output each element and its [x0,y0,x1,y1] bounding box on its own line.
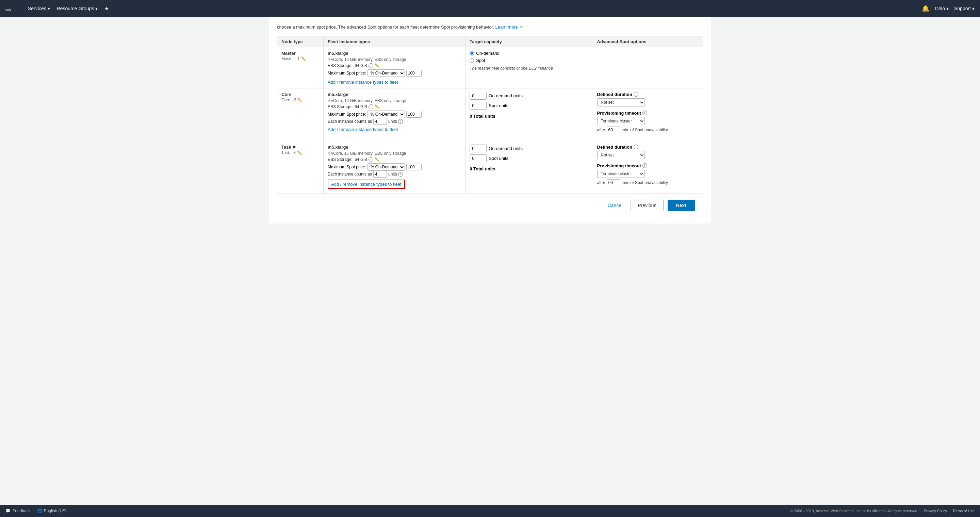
master-radio-group: On-demand Spot [469,51,588,63]
copyright-text: © 2008 - 2019, Amazon Web Services, Inc.… [790,509,918,513]
master-spot-price-input[interactable] [406,70,422,76]
core-timeout-label: Provisioning timeout i [597,111,698,116]
core-sub: Core - 2 ✏️ [282,98,319,102]
core-ebs-edit[interactable]: ✏️ [375,105,380,109]
core-instance-name: m5.xlarge [328,92,461,97]
master-label: Master [282,51,319,56]
task-capacity-cell: On-demand units Spot units 0 Total units [466,141,593,193]
master-edit-icon[interactable]: ✏️ [301,57,306,61]
bookmarks-nav[interactable]: ★ [101,6,112,11]
master-spot-price-select[interactable]: % On-Demand [368,70,405,77]
task-add-link[interactable]: Add / remove instance types to fleet [328,179,405,189]
core-timeout-after-row: after min. of Spot unavailability [597,127,698,133]
task-instance-count-input[interactable] [373,171,387,178]
task-capacity-inputs: On-demand units Spot units 0 Total units [469,144,588,171]
resource-groups-nav[interactable]: Resource Groups ▾ [53,6,102,11]
task-spot-input[interactable] [469,154,487,162]
task-spot-price-input[interactable] [406,163,422,170]
task-ebs-edit[interactable]: ✏️ [375,157,380,162]
core-defined-duration-label: Defined duration i [597,92,698,97]
core-add-link[interactable]: Add / remove instance types to fleet [328,127,398,132]
task-count-info[interactable]: i [398,172,403,176]
task-timeout-after-row: after min. of Spot unavailability [597,179,698,186]
core-spot-price-select[interactable]: % On-Demand [368,111,405,118]
master-ondemand-option[interactable]: On-demand [469,51,588,56]
core-edit-icon[interactable]: ✏️ [298,98,302,102]
core-spot-input[interactable] [469,102,487,109]
core-counts-row: Each instance counts as units i [328,118,461,125]
table-row: Master Master - 1 ✏️ m5.xlarge 4 vCore, … [277,47,703,88]
master-node-cell: Master Master - 1 ✏️ [277,47,324,88]
task-defined-duration-select[interactable]: Not set [597,151,645,159]
next-button[interactable]: Next [668,200,695,211]
core-defined-duration-select[interactable]: Not set [597,98,645,106]
core-spot-price-row: Maximum Spot price: % On-Demand [328,111,461,118]
col-node-type: Node type [277,36,324,47]
task-ebs-info[interactable]: i [369,157,373,162]
task-spot-row: Spot units [469,154,588,162]
master-ebs-info[interactable]: i [369,63,373,68]
notifications-bell[interactable]: 🔔 [922,5,929,12]
core-timeout-minutes-input[interactable] [607,127,620,133]
core-ondemand-input[interactable] [469,92,487,100]
master-ebs-edit[interactable]: ✏️ [375,63,380,68]
task-timeout-label: Provisioning timeout i [597,163,698,168]
task-counts-row: Each instance counts as units i [328,171,461,178]
task-defined-duration-label: Defined duration i [597,144,698,150]
master-spot-price-row: Maximum Spot price: % On-Demand [328,70,461,77]
footer-actions: Cancel Previous Next [277,194,703,217]
core-total-units: 0 Total units [469,114,588,119]
master-instance-cell: m5.xlarge 4 vCore, 16 GiB memory, EBS on… [323,47,465,88]
master-spot-options-cell [593,47,703,88]
task-spot-options-cell: Defined duration i Not set Provisioning … [593,141,703,193]
task-defined-duration: Defined duration i Not set [597,144,698,159]
fleet-table-container: Node type Fleet instance types Target ca… [277,36,703,194]
core-provisioning-timeout: Provisioning timeout i Terminate cluster… [597,111,698,133]
task-timeout-minutes-input[interactable] [607,179,620,186]
table-row: Core Core - 2 ✏️ m5.xlarge 4 vCore, 16 G… [277,88,703,141]
core-instance-count-input[interactable] [373,118,387,125]
core-ebs-info[interactable]: i [369,105,373,109]
services-nav[interactable]: Services ▾ [24,6,53,11]
cancel-button[interactable]: Cancel [604,200,627,211]
privacy-policy-link[interactable]: Privacy Policy [924,509,947,513]
feedback-button[interactable]: 💬 Feedback [5,509,30,513]
task-duration-info[interactable]: i [633,144,638,149]
task-timeout-info[interactable]: i [643,163,647,168]
master-spot-option[interactable]: Spot [469,58,588,63]
task-spot-price-select[interactable]: % On-Demand [368,163,405,171]
task-spot-price-row: Maximum Spot price: % On-Demand [328,163,461,171]
terms-link[interactable]: Terms of Use [953,509,975,513]
core-spot-options-cell: Defined duration i Not set Provisioning … [593,88,703,141]
core-count-info[interactable]: i [398,119,403,124]
task-label: Task ✖ [282,144,319,150]
task-ondemand-input[interactable] [469,144,487,152]
previous-button[interactable]: Previous [630,200,663,211]
learn-more-link[interactable]: Learn more [495,24,517,30]
task-total-units: 0 Total units [469,167,588,171]
task-timeout-select[interactable]: Terminate cluster [597,170,645,178]
task-instance-spec: 4 vCore, 16 GiB memory, EBS only storage [328,151,461,156]
core-timeout-select[interactable]: Terminate cluster [597,117,645,125]
core-ebs-row: EBS Storage: 64 GiB i ✏️ [328,105,461,109]
task-provisioning-timeout: Provisioning timeout i Terminate cluster… [597,163,698,186]
table-header-row: Node type Fleet instance types Target ca… [277,36,703,47]
task-edit-icon[interactable]: ✏️ [297,150,302,155]
region-selector[interactable]: Ohio ▾ [935,6,949,11]
table-row: Task ✖ Task - 3 ✏️ m5.xlarge 4 vCore, 16… [277,141,703,193]
task-ebs-row: EBS Storage: 64 GiB i ✏️ [328,157,461,162]
core-timeout-info[interactable]: i [643,111,647,115]
master-sub: Master - 1 ✏️ [282,57,319,61]
core-spot-price-input[interactable] [406,111,422,118]
master-capacity-cell: On-demand Spot The master fleet consists… [466,47,593,88]
svg-text:aws: aws [6,8,11,11]
core-spot-row: Spot units [469,102,588,109]
task-delete-icon[interactable]: ✖ [292,145,296,150]
master-add-link[interactable]: Add / remove instance types to fleet [328,79,398,85]
core-capacity-inputs: On-demand units Spot units 0 Total units [469,92,588,119]
master-ebs-row: EBS Storage: 64 GiB i ✏️ [328,63,461,68]
support-menu[interactable]: Support ▾ [954,6,975,11]
core-duration-info[interactable]: i [633,92,638,97]
language-selector[interactable]: 🌐 English (US) [37,509,67,513]
aws-logo: aws [5,3,19,14]
